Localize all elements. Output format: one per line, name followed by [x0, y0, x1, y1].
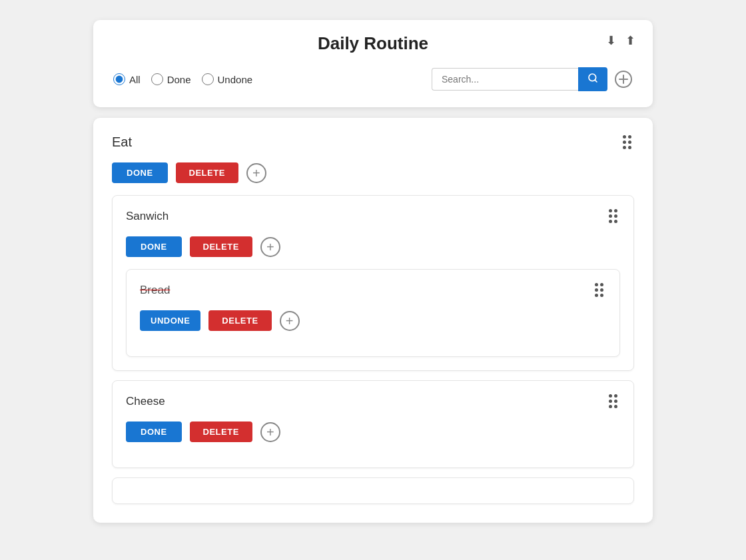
- dot: [623, 135, 626, 139]
- dot: [600, 283, 603, 286]
- eat-add-button[interactable]: +: [246, 163, 266, 183]
- eat-title: Eat: [112, 135, 132, 150]
- dot: [614, 220, 617, 223]
- bread-title: Bread: [140, 284, 170, 297]
- main-card-eat: Eat DONE DELETE + Sanwich: [93, 118, 653, 523]
- cheese-done-button[interactable]: DONE: [126, 421, 182, 442]
- filter-undone-radio[interactable]: [202, 73, 214, 85]
- sanwich-dots-menu[interactable]: [606, 208, 620, 224]
- bread-action-row: UNDONE DELETE +: [140, 310, 606, 331]
- eat-action-row: DONE DELETE +: [112, 162, 634, 183]
- sub-card-sanwich: Sanwich DONE DELETE +: [112, 195, 634, 371]
- dot: [614, 209, 617, 212]
- filter-undone-text: Undone: [218, 74, 253, 85]
- bread-dots-menu[interactable]: [592, 282, 606, 298]
- sanwich-add-button[interactable]: +: [260, 237, 280, 257]
- filter-all-label[interactable]: All: [113, 73, 141, 85]
- filter-all-text: All: [129, 74, 141, 85]
- search-area: [432, 67, 633, 91]
- filter-group: All Done Undone: [113, 73, 252, 85]
- dot: [628, 135, 631, 139]
- cheese-dots-menu[interactable]: [606, 393, 620, 410]
- dot: [614, 214, 617, 218]
- bread-dots-grid: [595, 283, 603, 297]
- eat-dots-menu[interactable]: [620, 134, 634, 150]
- sanwich-done-button[interactable]: DONE: [126, 236, 182, 257]
- bread-undone-button[interactable]: UNDONE: [140, 310, 200, 331]
- header-icons: ⬇ ⬆: [605, 32, 637, 49]
- dot: [595, 294, 598, 297]
- dot: [614, 400, 617, 403]
- sub-card-bread: Bread UNDONE DELETE: [126, 269, 620, 357]
- download-button[interactable]: ⬇: [605, 32, 617, 49]
- sub-card-cheese: Cheese DONE DELETE +: [112, 380, 634, 468]
- dot: [614, 405, 617, 408]
- app-container: ⬇ ⬆ Daily Routine All Done Undone: [93, 20, 653, 540]
- dot: [609, 400, 612, 403]
- cheese-add-button[interactable]: +: [260, 422, 280, 442]
- dot: [623, 146, 626, 149]
- page-title: Daily Routine: [113, 33, 633, 54]
- dot: [609, 405, 612, 408]
- cheese-delete-button[interactable]: DELETE: [190, 421, 252, 442]
- bread-delete-button[interactable]: DELETE: [208, 310, 271, 331]
- cheese-title: Cheese: [126, 395, 165, 408]
- filter-done-label[interactable]: Done: [151, 73, 191, 85]
- filter-all-radio[interactable]: [113, 73, 125, 85]
- dot: [614, 394, 617, 398]
- search-button[interactable]: [578, 67, 607, 91]
- bread-add-button[interactable]: +: [280, 311, 300, 331]
- dot: [609, 209, 612, 212]
- sanwich-delete-button[interactable]: DELETE: [190, 236, 252, 257]
- dot: [595, 283, 598, 286]
- dot: [628, 140, 631, 144]
- dot: [609, 214, 612, 218]
- dot: [595, 288, 598, 292]
- filter-done-radio[interactable]: [151, 73, 163, 85]
- dot: [600, 288, 603, 292]
- search-icon: [587, 73, 598, 86]
- add-item-button[interactable]: [614, 70, 633, 89]
- eat-delete-button[interactable]: DELETE: [176, 162, 238, 183]
- bread-header: Bread: [140, 282, 606, 298]
- filter-undone-label[interactable]: Undone: [202, 73, 253, 85]
- sanwich-title: Sanwich: [126, 210, 169, 223]
- sanwich-dots-grid: [609, 209, 617, 223]
- dot: [623, 140, 626, 144]
- eat-section-header: Eat: [112, 134, 634, 150]
- header-card: ⬇ ⬆ Daily Routine All Done Undone: [93, 20, 653, 107]
- partial-card: [112, 477, 634, 504]
- eat-dots-grid: [623, 135, 631, 149]
- dot: [609, 394, 612, 398]
- eat-done-button[interactable]: DONE: [112, 162, 168, 183]
- sanwich-action-row: DONE DELETE +: [126, 236, 620, 257]
- cheese-dots-grid: [609, 394, 617, 408]
- dot: [609, 220, 612, 223]
- svg-line-1: [595, 80, 597, 82]
- toolbar-row: All Done Undone: [113, 67, 633, 91]
- sanwich-header: Sanwich: [126, 208, 620, 224]
- upload-button[interactable]: ⬆: [624, 32, 637, 49]
- search-input[interactable]: [432, 68, 578, 91]
- cheese-header: Cheese: [126, 393, 620, 410]
- cheese-action-row: DONE DELETE +: [126, 421, 620, 442]
- dot: [628, 146, 631, 149]
- filter-done-text: Done: [167, 74, 191, 85]
- dot: [600, 294, 603, 297]
